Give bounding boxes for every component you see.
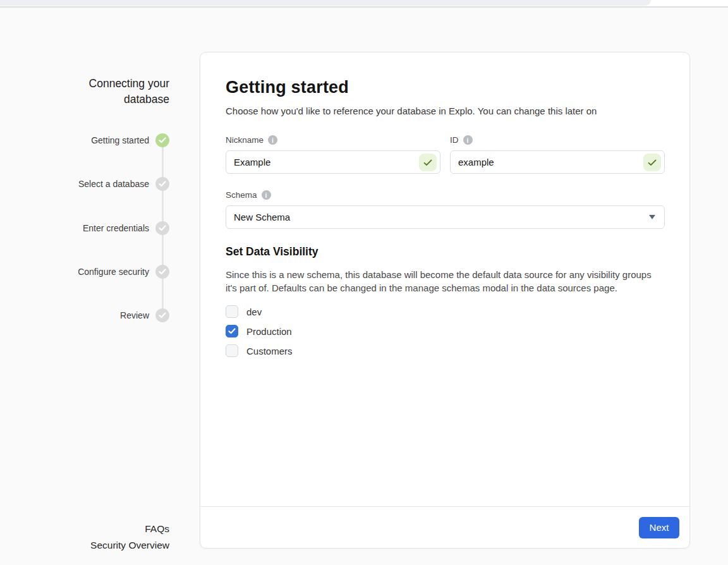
nickname-input[interactable]: Example — [226, 150, 440, 174]
schema-label: Schema — [226, 190, 257, 200]
schema-select[interactable]: New Schema — [226, 205, 665, 229]
card-footer: Next — [200, 506, 689, 548]
info-icon[interactable] — [262, 190, 271, 200]
valid-check-icon — [643, 154, 661, 171]
sidebar-step-review[interactable]: Review — [120, 308, 169, 322]
schema-selected-value: New Schema — [234, 212, 290, 222]
step-check-icon — [155, 177, 169, 191]
checkbox-label: Production — [246, 326, 292, 337]
page-subtitle: Choose how you'd like to reference your … — [226, 106, 665, 116]
sidebar-step-getting-started[interactable]: Getting started — [91, 133, 169, 147]
id-field-group: ID example — [450, 135, 665, 174]
step-check-icon — [155, 308, 169, 322]
step-check-icon — [155, 221, 169, 235]
nickname-value: Example — [234, 157, 270, 167]
step-label: Configure security — [78, 267, 149, 277]
chevron-down-icon — [649, 215, 655, 219]
checkbox[interactable] — [226, 344, 238, 357]
step-check-icon — [155, 265, 169, 279]
visibility-group-list: dev Production Customers — [226, 305, 665, 357]
page-title: Getting started — [226, 78, 665, 97]
nickname-field-group: Nickname Example — [226, 135, 440, 174]
visibility-group-row-customers[interactable]: Customers — [226, 344, 293, 357]
info-icon[interactable] — [268, 135, 277, 145]
getting-started-card: Getting started Choose how you'd like to… — [200, 52, 690, 549]
stepper-sidebar: Connecting your database Getting started… — [0, 9, 183, 565]
faqs-link[interactable]: FAQs — [90, 521, 169, 537]
visibility-group-row-production[interactable]: Production — [226, 325, 292, 337]
step-label: Getting started — [91, 135, 149, 145]
step-check-icon — [155, 133, 169, 147]
id-label: ID — [450, 135, 459, 145]
name-id-form-row: Nickname Example ID example — [226, 135, 665, 174]
sidebar-step-select-database[interactable]: Select a database — [78, 177, 169, 191]
security-overview-link[interactable]: Security Overview — [90, 537, 169, 554]
visibility-description: Since this is a new schema, this databas… — [226, 268, 663, 295]
next-button[interactable]: Next — [639, 517, 679, 538]
top-window-bar — [0, 0, 728, 8]
checkbox-label: dev — [246, 307, 262, 317]
info-icon[interactable] — [463, 135, 473, 145]
top-bar-pill — [0, 0, 651, 6]
checkbox[interactable] — [226, 325, 238, 337]
schema-field-group: Schema New Schema — [226, 190, 665, 229]
id-value: example — [458, 157, 494, 167]
visibility-group-row-dev[interactable]: dev — [226, 305, 262, 318]
sidebar-links: FAQs Security Overview — [90, 521, 169, 554]
valid-check-icon — [419, 154, 437, 171]
sidebar-title: Connecting your database — [59, 76, 169, 107]
checkbox[interactable] — [226, 305, 238, 318]
nickname-label: Nickname — [226, 135, 264, 145]
sidebar-step-configure-security[interactable]: Configure security — [78, 265, 169, 279]
visibility-section-title: Set Data Visibility — [226, 245, 665, 258]
step-label: Select a database — [78, 179, 149, 189]
sidebar-step-enter-credentials[interactable]: Enter credentials — [83, 221, 169, 235]
id-input[interactable]: example — [450, 150, 665, 174]
checkbox-label: Customers — [246, 346, 293, 356]
step-label: Enter credentials — [83, 223, 149, 233]
step-label: Review — [120, 310, 149, 320]
